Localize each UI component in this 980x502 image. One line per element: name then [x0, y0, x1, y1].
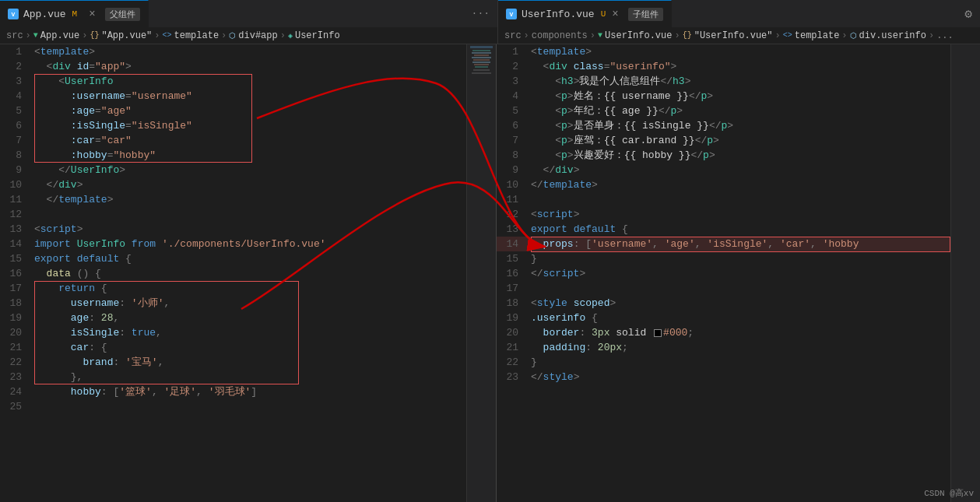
- code-line: 9 </div>: [497, 163, 950, 177]
- code-line: 21 padding: 20px;: [497, 340, 950, 355]
- code-line: 14import UserInfo from './components/Use…: [0, 237, 466, 251]
- tab-userinfo-vue-label: UserInfo.vue: [522, 9, 595, 20]
- child-badge: 子组件: [628, 8, 663, 21]
- code-line: 23 },: [0, 370, 466, 384]
- code-line: 4 :username="username": [0, 89, 466, 104]
- code-line: 11 </template>: [0, 192, 466, 207]
- code-line: 12<script>: [497, 207, 950, 222]
- left-code-editor[interactable]: 1<template> 2 <div id="app"> 3 <UserInfo…: [0, 44, 466, 502]
- code-line: 15}: [497, 251, 950, 266]
- code-line: 22}: [497, 355, 950, 370]
- code-line: 18<style scoped>: [497, 296, 950, 311]
- code-line: 2 <div id="app">: [0, 59, 466, 74]
- tab-more-left[interactable]: ···: [464, 0, 497, 27]
- code-line: 5 <p>年纪：{{ age }}</p>: [497, 104, 950, 118]
- minimap-right: [950, 44, 980, 502]
- code-line: 17 return {: [0, 281, 466, 296]
- right-code-editor[interactable]: 1<template> 2 <div class="userinfo"> 3 <…: [497, 44, 950, 502]
- code-line: 16</script>: [497, 266, 950, 281]
- code-line: 20 isSingle: true,: [0, 325, 466, 340]
- code-line: 18 username: '小师',: [0, 296, 466, 311]
- code-line: 19 age: 28,: [0, 311, 466, 325]
- tab-close-left[interactable]: ×: [89, 8, 95, 20]
- code-line: 13<script>: [0, 222, 466, 237]
- code-line: 19.userinfo {: [497, 311, 950, 325]
- code-line: 3 <h3>我是个人信息组件</h3>: [497, 74, 950, 89]
- tab-close-right[interactable]: ×: [612, 8, 618, 20]
- code-line: 9 </UserInfo>: [0, 163, 466, 177]
- code-line: 10</template>: [497, 177, 950, 192]
- tab-app-vue[interactable]: V App.vue M × 父组件: [0, 0, 149, 27]
- code-line: 20 border: 3px solid #000;: [497, 325, 950, 340]
- code-line: 6 <p>是否单身：{{ isSingle }}</p>: [497, 118, 950, 133]
- code-line: 7 <p>座驾：{{ car.brand }}</p>: [497, 133, 950, 148]
- code-line: 15export default {: [0, 251, 466, 266]
- code-line: 10 </div>: [0, 177, 466, 192]
- code-line: 16 data () {: [0, 266, 466, 281]
- code-line: 22 brand: '宝马',: [0, 355, 466, 370]
- tab-settings-right[interactable]: ⚙: [957, 0, 980, 27]
- code-line: 25: [0, 399, 466, 414]
- tab-modified-indicator: M: [72, 9, 78, 19]
- minimap-left: [466, 44, 496, 502]
- code-line: 17: [497, 281, 950, 296]
- code-line: 23</style>: [497, 370, 950, 384]
- code-line: 8 <p>兴趣爱好：{{ hobby }}</p>: [497, 148, 950, 163]
- code-line: 13export default {: [497, 222, 950, 237]
- code-line: 11: [497, 192, 950, 207]
- code-line: 1<template>: [497, 44, 950, 59]
- vue-file-icon: V: [8, 9, 19, 19]
- code-line: 1<template>: [0, 44, 466, 59]
- code-line: 5 :age="age": [0, 104, 466, 118]
- tab-app-vue-label: App.vue: [23, 9, 66, 20]
- code-line: 8 :hobby="hobby": [0, 148, 466, 163]
- code-line: 7 :car="car": [0, 133, 466, 148]
- code-line: 4 <p>姓名：{{ username }}</p>: [497, 89, 950, 104]
- code-line: 12: [0, 207, 466, 222]
- parent-badge: 父组件: [105, 8, 140, 21]
- tab-userinfo-vue[interactable]: V UserInfo.vue U × 子组件: [498, 0, 672, 27]
- code-line: 2 <div class="userinfo">: [497, 59, 950, 74]
- code-line: 6 :isSingle="isSingle": [0, 118, 466, 133]
- breadcrumb-right: src › components › ▼ UserInfo.vue › {} "…: [498, 27, 980, 44]
- vue-file-icon-right: V: [506, 9, 517, 19]
- code-line: 21 car: {: [0, 340, 466, 355]
- watermark: CSDN @高xv: [924, 487, 974, 499]
- code-line: 3 <UserInfo: [0, 74, 466, 89]
- code-line: 24 hobby: ['篮球', '足球', '羽毛球']: [0, 384, 466, 399]
- tab-modified-indicator-right: U: [601, 9, 606, 19]
- code-line-props: 14 props: ['username', 'age', 'isSingle'…: [497, 237, 950, 251]
- breadcrumb-left: src › ▼ App.vue › {} "App.vue" › <> temp…: [0, 27, 498, 44]
